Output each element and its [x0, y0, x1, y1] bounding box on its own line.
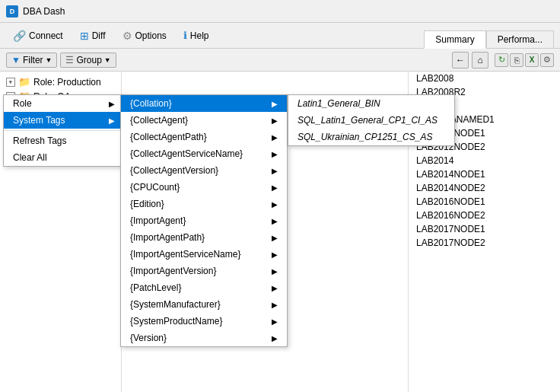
help-label: Help — [190, 30, 209, 41]
filter-dropdown-arrow: ▼ — [46, 56, 52, 64]
home-button[interactable]: ⌂ — [472, 52, 488, 69]
collect-agent-path-label: {CollectAgentPath} — [130, 132, 207, 142]
menu-collect-agent[interactable]: {CollectAgent} ▶ — [121, 112, 287, 129]
app-icon: D — [6, 5, 18, 18]
menu-item-refresh-tags[interactable]: Refresh Tags — [4, 132, 124, 149]
import-agent-service-name-arrow: ▶ — [259, 250, 278, 259]
import-agent-service-name-label: {ImportAgentServiceName} — [130, 249, 240, 260]
version-label: {Version} — [130, 333, 167, 343]
menu-item-system-tags[interactable]: System Tags ▶ — [4, 112, 124, 129]
expand-production-icon[interactable]: + — [6, 78, 15, 87]
system-tags-submenu-arrow: ▶ — [97, 116, 115, 125]
collation-submenu: Latin1_General_BIN SQL_Latin1_General_CP… — [288, 94, 455, 146]
filter-dropdown-menu: Role ▶ System Tags ▶ Refresh Tags Clear … — [3, 94, 125, 167]
menu-system-product-name[interactable]: {SystemProductName} ▶ — [121, 313, 287, 330]
collation-label: {Collation} — [130, 98, 172, 109]
group-icon: ☰ — [65, 55, 74, 65]
menu-collation-sql-ukrainian[interactable]: SQL_Ukrainian_CP1251_CS_AS — [288, 129, 454, 145]
server-item-8[interactable]: LAB2014NODE2 — [409, 181, 560, 195]
tab-summary[interactable]: Summary — [424, 30, 485, 49]
menu-collation[interactable]: {Collation} ▶ — [121, 95, 287, 112]
collation-sql-latin1-label: SQL_Latin1_General_CP1_CI_AS — [298, 115, 438, 126]
import-agent-path-arrow: ▶ — [259, 234, 278, 242]
server-item-12[interactable]: LAB2017NODE2 — [409, 236, 560, 250]
title-bar: D DBA Dash — [0, 0, 560, 23]
filter-icon: ▼ — [11, 55, 21, 65]
server-item-10[interactable]: LAB2016NODE2 — [409, 209, 560, 222]
import-agent-version-arrow: ▶ — [259, 267, 278, 276]
menu-refresh-tags-label: Refresh Tags — [13, 135, 66, 146]
system-product-name-arrow: ▶ — [259, 317, 278, 326]
system-manufacturer-arrow: ▶ — [259, 301, 278, 309]
app-title: DBA Dash — [23, 6, 65, 17]
menu-role-label: Role — [13, 98, 32, 109]
copy-icon[interactable]: ⎘ — [510, 53, 523, 67]
menu-divider-1 — [4, 130, 124, 131]
server-list — [122, 72, 408, 78]
menu-import-agent-service-name[interactable]: {ImportAgentServiceName} ▶ — [121, 246, 287, 263]
import-agent-label: {ImportAgent} — [130, 215, 186, 226]
excel-icon[interactable]: X — [525, 53, 539, 67]
menu-item-clear-all[interactable]: Clear All — [4, 149, 124, 166]
menu-import-agent[interactable]: {ImportAgent} ▶ — [121, 212, 287, 229]
collect-agent-arrow: ▶ — [259, 116, 278, 125]
server-item-7[interactable]: LAB2014NODE1 — [409, 167, 560, 181]
system-product-name-label: {SystemProductName} — [130, 316, 222, 327]
sidebar-item-production[interactable]: + 📁 Role: Production — [0, 75, 121, 89]
collect-agent-version-arrow: ▶ — [259, 167, 278, 175]
menu-collation-latin1-bin[interactable]: Latin1_General_BIN — [288, 95, 454, 112]
server-item-0[interactable]: LAB2008 — [409, 72, 560, 85]
help-icon: ℹ — [183, 30, 187, 41]
sidebar-label-production: Role: Production — [33, 77, 101, 88]
diff-button[interactable]: ⊞ Diff — [73, 27, 113, 45]
refresh-icon[interactable]: ↻ — [495, 53, 508, 67]
import-agent-version-label: {ImportAgentVersion} — [130, 266, 216, 276]
menu-system-manufacturer[interactable]: {SystemManufacturer} ▶ — [121, 296, 287, 313]
menu-collect-agent-path[interactable]: {CollectAgentPath} ▶ — [121, 129, 287, 145]
patch-level-arrow: ▶ — [259, 284, 278, 292]
menu-import-agent-path[interactable]: {ImportAgentPath} ▶ — [121, 229, 287, 246]
collect-agent-version-label: {CollectAgentVersion} — [130, 165, 218, 176]
system-manufacturer-label: {SystemManufacturer} — [130, 299, 221, 310]
connect-icon: 🔗 — [13, 30, 26, 42]
server-item-9[interactable]: LAB2016NODE1 — [409, 195, 560, 209]
menu-collect-agent-version[interactable]: {CollectAgentVersion} ▶ — [121, 162, 287, 179]
server-item-6[interactable]: LAB2014 — [409, 154, 560, 167]
menu-cpu-count[interactable]: {CPUCount} ▶ — [121, 179, 287, 196]
menu-patch-level[interactable]: {PatchLevel} ▶ — [121, 279, 287, 296]
patch-level-label: {PatchLevel} — [130, 282, 181, 293]
collect-agent-service-name-label: {CollectAgentServiceName} — [130, 148, 243, 159]
main-toolbar: 🔗 Connect ⊞ Diff ⚙ Options ℹ Help Summar… — [0, 23, 560, 49]
group-label: Group — [76, 55, 101, 65]
diff-icon: ⊞ — [80, 30, 89, 42]
menu-collect-agent-service-name[interactable]: {CollectAgentServiceName} ▶ — [121, 145, 287, 162]
import-agent-path-label: {ImportAgentPath} — [130, 232, 205, 243]
menu-collation-sql-latin1[interactable]: SQL_Latin1_General_CP1_CI_AS — [288, 112, 454, 129]
menu-edition[interactable]: {Edition} ▶ — [121, 196, 287, 212]
folder-production-icon: 📁 — [18, 76, 30, 88]
menu-version[interactable]: {Version} ▶ — [121, 330, 287, 346]
menu-import-agent-version[interactable]: {ImportAgentVersion} ▶ — [121, 263, 287, 279]
menu-item-role[interactable]: Role ▶ — [4, 95, 124, 112]
collation-sql-ukrainian-label: SQL_Ukrainian_CP1251_CS_AS — [298, 132, 432, 142]
tab-performance[interactable]: Performa... — [486, 30, 554, 49]
edition-label: {Edition} — [130, 199, 164, 209]
settings-icon[interactable]: ⚙ — [540, 53, 554, 67]
help-button[interactable]: ℹ Help — [177, 27, 216, 44]
main-area: + 📁 Role: Production + 📁 Role: QA LAB200… — [0, 72, 560, 392]
options-button[interactable]: ⚙ Options — [116, 27, 173, 45]
connect-button[interactable]: 🔗 Connect — [6, 27, 70, 45]
menu-clear-all-label: Clear All — [13, 152, 47, 163]
import-agent-arrow: ▶ — [259, 217, 278, 225]
back-button[interactable]: ← — [452, 52, 469, 69]
collect-agent-label: {CollectAgent} — [130, 115, 188, 126]
group-button[interactable]: ☰ Group ▼ — [60, 53, 116, 68]
menu-system-tags-label: System Tags — [13, 115, 65, 126]
diff-label: Diff — [92, 30, 106, 41]
options-icon: ⚙ — [123, 30, 132, 42]
server-item-11[interactable]: LAB2017NODE1 — [409, 222, 560, 236]
system-tags-submenu: {Collation} ▶ {CollectAgent} ▶ {CollectA… — [120, 94, 288, 347]
toolbar-right-icons: ← ⌂ — [452, 52, 488, 69]
collect-agent-path-arrow: ▶ — [259, 133, 278, 142]
filter-button[interactable]: ▼ Filter ▼ — [6, 53, 57, 68]
